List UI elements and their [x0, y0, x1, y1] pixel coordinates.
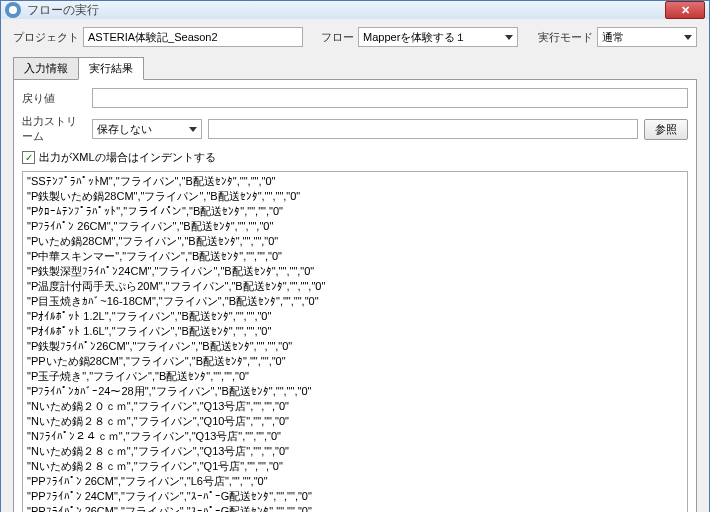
output-line: "Pｸﾛｰﾑﾃﾝﾌﾟﾗﾊﾟｯﾄ","フライパン","B配送ｾﾝﾀ","","",… [27, 204, 683, 219]
browse-button[interactable]: 参照 [644, 119, 688, 140]
output-stream-combo[interactable]: 保存しない [92, 119, 202, 139]
output-line: "P鉄製深型ﾌﾗｲﾊﾟﾝ24CM","フライパン","B配送ｾﾝﾀ","",""… [27, 264, 683, 279]
tab-content: 戻り値 出力ストリーム 保存しない 参照 出力がXMLの場合はインデントする "… [13, 79, 697, 512]
return-value-row: 戻り値 [22, 88, 688, 108]
output-stream-value: 保存しない [97, 122, 152, 137]
output-line: "PPﾌﾗｲﾊﾟﾝ 26CM","フライパン","ｽｰﾊﾟｰG配送ｾﾝﾀ",""… [27, 504, 683, 512]
chevron-down-icon [189, 127, 197, 132]
return-value-field[interactable] [92, 88, 688, 108]
tab-input-info[interactable]: 入力情報 [13, 57, 79, 80]
tab-result[interactable]: 実行結果 [78, 57, 144, 80]
content-area: プロジェクト フロー Mapperを体験する１ 実行モード 通常 入力情報 実行… [1, 19, 709, 512]
mode-combo[interactable]: 通常 [597, 27, 697, 47]
output-line: "P玉子焼き","フライパン","B配送ｾﾝﾀ","","","0" [27, 369, 683, 384]
mode-label: 実行モード [538, 30, 593, 45]
output-line: "Nいため鍋２８ｃｍ","フライパン","Q1号店","","","0" [27, 459, 683, 474]
output-line: "Nﾌﾗｲﾊﾟﾝ２４ｃｍ","フライパン","Q13号店","","","0" [27, 429, 683, 444]
indent-checkbox-row: 出力がXMLの場合はインデントする [22, 150, 688, 165]
output-line: "PPいため鍋28CM","フライパン","B配送ｾﾝﾀ","","","0" [27, 354, 683, 369]
output-line: "Nいため鍋２８ｃｍ","フライパン","Q13号店","","","0" [27, 444, 683, 459]
indent-label: 出力がXMLの場合はインデントする [39, 150, 216, 165]
flow-label: フロー [321, 30, 354, 45]
mode-combo-value: 通常 [602, 30, 624, 45]
chevron-down-icon [505, 35, 513, 40]
output-line: "P目玉焼きｶﾊﾞ~16-18CM","フライパン","B配送ｾﾝﾀ","","… [27, 294, 683, 309]
chevron-down-icon [684, 35, 692, 40]
output-line: "PPﾌﾗｲﾊﾟﾝ 24CM","フライパン","ｽｰﾊﾟｰG配送ｾﾝﾀ",""… [27, 489, 683, 504]
output-line: "Pｵｲﾙﾎﾟｯﾄ 1.6L","フライパン","B配送ｾﾝﾀ","","","… [27, 324, 683, 339]
output-line: "Pﾌﾗｲﾊﾟﾝ 26CM","フライパン","B配送ｾﾝﾀ","","","0… [27, 219, 683, 234]
top-form: プロジェクト フロー Mapperを体験する１ 実行モード 通常 [1, 19, 709, 55]
flow-combo[interactable]: Mapperを体験する１ [358, 27, 518, 47]
output-line: "P中華スキンマー","フライパン","B配送ｾﾝﾀ","","","0" [27, 249, 683, 264]
output-line: "Nいため鍋２８ｃｍ","フライパン","Q10号店","","","0" [27, 414, 683, 429]
output-line: "Pいため鍋28CM","フライパン","B配送ｾﾝﾀ","","","0" [27, 234, 683, 249]
output-line: "P鉄製いため鍋28CM","フライパン","B配送ｾﾝﾀ","","","0" [27, 189, 683, 204]
output-text-area[interactable]: "SSﾃﾝﾌﾟﾗﾊﾟｯﾄM","フライパン","B配送ｾﾝﾀ","","","0… [22, 171, 688, 512]
output-path-field[interactable] [208, 119, 638, 139]
titlebar: フローの実行 ✕ [1, 1, 709, 19]
output-line: "SSﾃﾝﾌﾟﾗﾊﾟｯﾄM","フライパン","B配送ｾﾝﾀ","","","0… [27, 174, 683, 189]
window-title: フローの実行 [27, 2, 665, 19]
dialog-window: フローの実行 ✕ プロジェクト フロー Mapperを体験する１ 実行モード 通… [0, 0, 710, 512]
return-label: 戻り値 [22, 91, 86, 106]
output-stream-label: 出力ストリーム [22, 114, 86, 144]
flow-combo-value: Mapperを体験する１ [363, 30, 466, 45]
close-icon[interactable]: ✕ [665, 1, 705, 19]
output-line: "Pﾌﾗｲﾊﾟﾝｶﾊﾞｰ24～28用","フライパン","B配送ｾﾝﾀ","",… [27, 384, 683, 399]
output-line: "PPﾌﾗｲﾊﾟﾝ 26CM","フライパン","L6号店","","","0" [27, 474, 683, 489]
project-label: プロジェクト [13, 30, 79, 45]
indent-checkbox[interactable] [22, 151, 35, 164]
project-field[interactable] [83, 27, 303, 47]
app-icon [5, 2, 21, 18]
output-line: "P鉄製ﾌﾗｲﾊﾟﾝ26CM","フライパン","B配送ｾﾝﾀ","","","… [27, 339, 683, 354]
tab-bar: 入力情報 実行結果 [1, 57, 709, 80]
output-line: "Nいため鍋２０ｃｍ","フライパン","Q13号店","","","0" [27, 399, 683, 414]
output-line: "Pｵｲﾙﾎﾟｯﾄ 1.2L","フライパン","B配送ｾﾝﾀ","","","… [27, 309, 683, 324]
output-stream-row: 出力ストリーム 保存しない 参照 [22, 114, 688, 144]
output-line: "P温度計付両手天ぷら20M","フライパン","B配送ｾﾝﾀ","","","… [27, 279, 683, 294]
